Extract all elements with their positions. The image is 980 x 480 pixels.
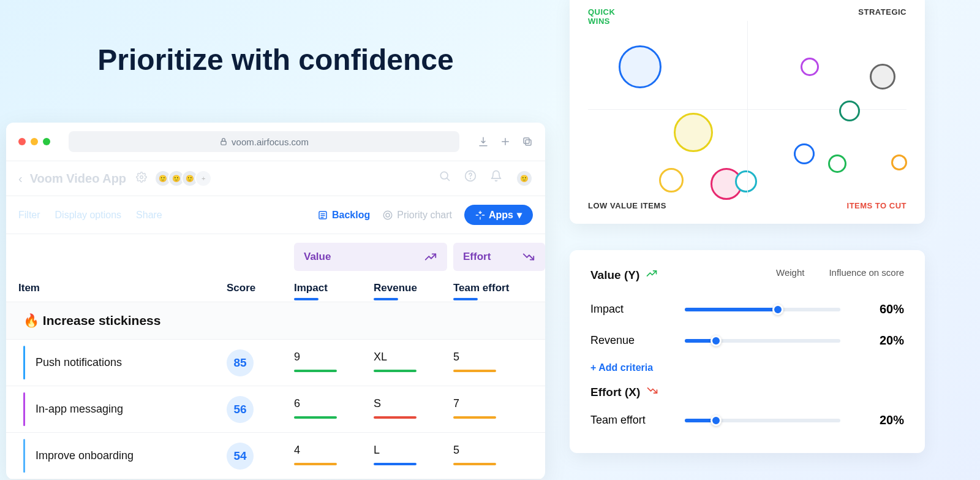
collaborators: 🙂 🙂 🙂 + <box>158 170 212 187</box>
chart-bubble[interactable] <box>839 101 860 121</box>
display-options-button[interactable]: Display options <box>55 210 122 221</box>
impact-pct: 60% <box>855 302 904 316</box>
value-axis-text: Value (Y) <box>590 269 639 282</box>
cell-revenue[interactable]: L <box>374 444 453 468</box>
cell-effort[interactable]: 5 <box>453 351 545 375</box>
svg-rect-2 <box>524 138 529 143</box>
tab-backlog[interactable]: Backlog <box>317 210 370 221</box>
quadrant-items-to-cut: ITEMS TO CUT <box>847 201 907 210</box>
team-effort-slider[interactable] <box>685 419 840 422</box>
cell-impact[interactable]: 9 <box>294 351 374 375</box>
team-effort-pct: 20% <box>855 413 904 427</box>
svg-rect-1 <box>526 140 531 145</box>
chart-bubble[interactable] <box>659 168 684 192</box>
chart-bubble[interactable] <box>828 154 846 173</box>
svg-point-8 <box>383 211 392 219</box>
table-row[interactable]: Improve onboarding 54 4 L 5 <box>6 433 545 479</box>
criteria-panel: Value (Y) Weight Influence on score Impa… <box>570 250 925 453</box>
svg-point-6 <box>470 178 471 179</box>
cell-impact[interactable]: 6 <box>294 397 374 421</box>
cell-revenue[interactable]: S <box>374 397 453 421</box>
criteria-row-revenue: Revenue 20% <box>590 325 904 356</box>
col-impact[interactable]: Impact <box>294 282 374 294</box>
share-button[interactable]: Share <box>136 210 162 221</box>
cell-effort[interactable]: 7 <box>453 397 545 421</box>
column-group-value-label: Value <box>304 251 331 263</box>
column-group-effort-label: Effort <box>463 251 491 263</box>
add-collaborator-button[interactable]: + <box>195 170 212 187</box>
column-headers: Item Score Impact Revenue Team effort <box>6 271 545 302</box>
priority-chart: QUICK WINS STRATEGIC LOW VALUE ITEMS ITE… <box>570 0 925 224</box>
quadrant-grid <box>588 21 907 197</box>
svg-point-3 <box>140 176 143 179</box>
help-icon[interactable] <box>464 170 477 182</box>
apps-button-label: Apps <box>489 210 513 221</box>
score-badge: 54 <box>227 443 254 470</box>
close-window-icon[interactable] <box>18 138 26 145</box>
copy-icon[interactable] <box>522 136 533 147</box>
browser-chrome: voom.airfocus.com <box>6 123 545 161</box>
address-bar-url: voom.airfocus.com <box>232 137 309 147</box>
svg-point-4 <box>440 172 448 179</box>
quadrant-quick-wins: QUICK WINS <box>588 7 595 15</box>
chart-bubble[interactable] <box>674 113 713 152</box>
column-group-effort: Effort <box>453 243 545 271</box>
col-revenue[interactable]: Revenue <box>374 282 453 294</box>
lock-icon <box>219 137 228 146</box>
chart-bubble[interactable] <box>794 143 815 164</box>
back-icon[interactable]: ‹ <box>18 172 23 186</box>
page-headline: Prioritize with confidence <box>0 43 551 77</box>
col-score: Score <box>227 282 294 294</box>
quadrant-strategic: STRATEGIC <box>858 7 907 17</box>
apps-button[interactable]: Apps ▾ <box>464 205 533 225</box>
app-header: ‹ Voom Video App 🙂 🙂 🙂 + 🙂 <box>6 161 545 196</box>
plus-icon[interactable] <box>500 136 511 147</box>
item-name: In-app messaging <box>18 403 227 416</box>
weight-header: Weight <box>776 267 804 283</box>
browser-window: voom.airfocus.com ‹ Voom Video App 🙂 🙂 🙂… <box>6 123 545 479</box>
app-title: Voom Video App <box>30 172 126 186</box>
svg-rect-0 <box>221 141 226 145</box>
effort-axis-label: Effort (X) <box>590 384 904 400</box>
chart-bubble[interactable] <box>870 64 895 90</box>
notifications-icon[interactable] <box>490 170 502 182</box>
cell-revenue[interactable]: XL <box>374 351 453 375</box>
filter-button[interactable]: Filter <box>18 210 40 221</box>
quadrant-low-value: LOW VALUE ITEMS <box>588 201 666 210</box>
trend-up-icon <box>424 250 437 264</box>
value-axis-label: Value (Y) <box>590 267 752 283</box>
col-item: Item <box>18 282 227 294</box>
column-group-value: Value <box>294 243 447 271</box>
gear-icon[interactable] <box>136 172 147 185</box>
user-avatar[interactable]: 🙂 <box>516 170 533 187</box>
maximize-window-icon[interactable] <box>43 138 50 145</box>
cell-effort[interactable]: 5 <box>453 444 545 468</box>
score-badge: 85 <box>227 349 254 376</box>
table-row[interactable]: Push notifications 85 9 XL 5 <box>6 340 545 386</box>
trend-down-icon <box>522 250 535 264</box>
criteria-name: Impact <box>590 303 670 316</box>
svg-point-9 <box>386 213 390 217</box>
criteria-name: Revenue <box>590 334 670 347</box>
col-team-effort[interactable]: Team effort <box>453 282 545 294</box>
tab-priority-chart[interactable]: Priority chart <box>382 210 452 221</box>
address-bar[interactable]: voom.airfocus.com <box>69 131 459 152</box>
revenue-pct: 20% <box>855 333 904 348</box>
chart-bubble[interactable] <box>801 58 819 76</box>
toolbar: Filter Display options Share Backlog Pri… <box>6 196 545 234</box>
influence-header: Influence on score <box>829 267 904 283</box>
search-icon[interactable] <box>439 170 451 182</box>
cell-impact[interactable]: 4 <box>294 444 374 468</box>
chart-bubble[interactable] <box>619 45 662 88</box>
chart-bubble[interactable] <box>891 154 907 170</box>
download-icon[interactable] <box>478 136 489 147</box>
add-criteria-button[interactable]: + Add criteria <box>590 362 904 373</box>
criteria-row-team-effort: Team effort 20% <box>590 405 904 436</box>
criteria-name: Team effort <box>590 414 670 427</box>
revenue-slider[interactable] <box>685 339 840 343</box>
criteria-row-impact: Impact 60% <box>590 294 904 325</box>
chart-bubble[interactable] <box>735 170 757 192</box>
impact-slider[interactable] <box>685 308 840 311</box>
minimize-window-icon[interactable] <box>31 138 38 145</box>
table-row[interactable]: In-app messaging 56 6 S 7 <box>6 386 545 433</box>
